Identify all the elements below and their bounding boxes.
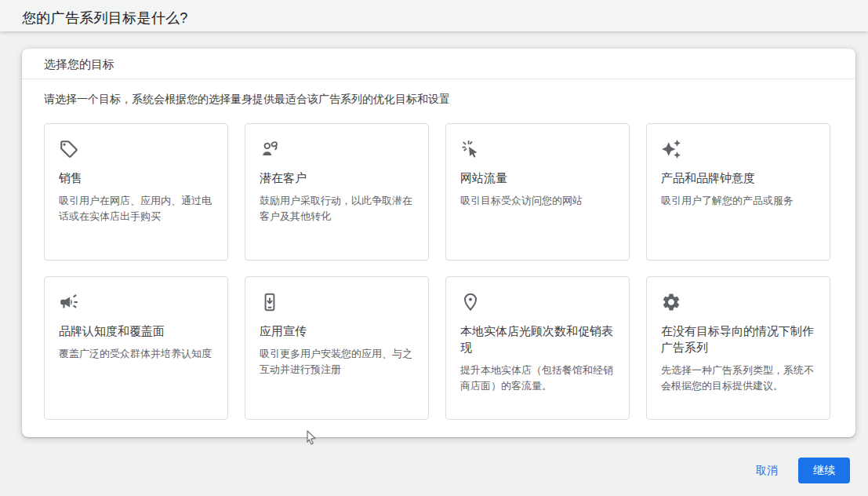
goal-card-title: 应用宣传 [260, 323, 414, 339]
continue-button[interactable]: 继续 [798, 458, 850, 483]
goal-card-title: 潜在客户 [260, 170, 414, 186]
goal-card-title: 产品和品牌钟意度 [661, 170, 815, 186]
goal-card-description: 鼓励用户采取行动，以此争取潜在客户及其他转化 [260, 193, 414, 224]
instruction-text: 请选择一个目标，系统会根据您的选择量身提供最适合该广告系列的优化目标和设置 [44, 93, 833, 107]
megaphone-icon [59, 292, 79, 312]
goal-card[interactable]: 本地实体店光顾次数和促销表现 提升本地实体店（包括餐馆和经销商店面）的客流量。 [445, 276, 630, 420]
goal-card-description: 吸引目标受众访问您的网站 [460, 193, 615, 209]
page-title: 您的广告系列目标是什么? [22, 9, 188, 27]
phone-download-icon [260, 292, 280, 312]
footer-actions: 取消 继续 [753, 458, 850, 483]
tag-icon [59, 139, 79, 159]
goal-card[interactable]: 网站流量 吸引目标受众访问您的网站 [445, 123, 630, 261]
goal-card-description: 先选择一种广告系列类型，系统不会根据您的目标提供建议。 [661, 363, 815, 394]
goal-card-description: 吸引更多用户安装您的应用、与之互动并进行预注册 [260, 346, 414, 377]
goal-card-description: 吸引用户在网店、应用内、通过电话或在实体店出手购买 [59, 193, 213, 224]
goal-card[interactable]: 销售 吸引用户在网店、应用内、通过电话或在实体店出手购买 [44, 123, 228, 261]
cancel-button[interactable]: 取消 [753, 459, 781, 483]
page-header-bar: 您的广告系列目标是什么? [0, 0, 868, 31]
location-pin-icon [460, 292, 481, 312]
goal-card-title: 本地实体店光顾次数和促销表现 [460, 323, 615, 356]
gear-icon [661, 292, 681, 312]
goal-card-description: 吸引用户了解您的产品或服务 [661, 193, 815, 209]
person-lasso-icon [260, 139, 280, 159]
goal-card-title: 品牌认知度和覆盖面 [59, 323, 213, 339]
goals-grid: 销售 吸引用户在网店、应用内、通过电话或在实体店出手购买 潜在客户 鼓励用户采取… [44, 123, 830, 420]
goal-card-title: 在没有目标导向的情况下制作广告系列 [661, 323, 815, 356]
goal-card-title: 销售 [59, 170, 213, 186]
sparkles-icon [661, 139, 681, 159]
goal-card[interactable]: 品牌认知度和覆盖面 覆盖广泛的受众群体并培养认知度 [44, 276, 228, 420]
cursor-click-icon [460, 139, 481, 159]
goal-card-description: 提升本地实体店（包括餐馆和经销商店面）的客流量。 [460, 363, 615, 394]
goal-card[interactable]: 在没有目标导向的情况下制作广告系列 先选择一种广告系列类型，系统不会根据您的目标… [646, 276, 830, 420]
goal-card-description: 覆盖广泛的受众群体并培养认知度 [59, 346, 213, 362]
goal-card[interactable]: 产品和品牌钟意度 吸引用户了解您的产品或服务 [646, 123, 830, 261]
goal-card[interactable]: 应用宣传 吸引更多用户安装您的应用、与之互动并进行预注册 [245, 276, 429, 420]
goal-selection-panel: 选择您的目标 请选择一个目标，系统会根据您的选择量身提供最适合该广告系列的优化目… [22, 49, 855, 437]
goal-card-title: 网站流量 [460, 170, 615, 186]
goal-card[interactable]: 潜在客户 鼓励用户采取行动，以此争取潜在客户及其他转化 [245, 123, 429, 261]
panel-header: 选择您的目标 [22, 49, 855, 79]
